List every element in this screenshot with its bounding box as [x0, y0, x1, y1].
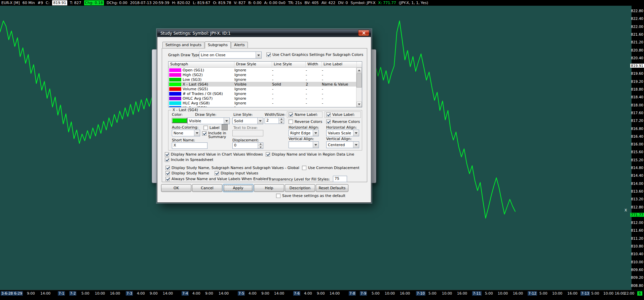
- chevron-down-icon[interactable]: [313, 142, 318, 148]
- reset-defaults-button[interactable]: Reset Defaults: [316, 184, 348, 192]
- subgraph-row[interactable]: X - Last (SG4)VisibleSolid2Name & Value: [168, 82, 356, 87]
- checkbox-label: Display Name and Value in Chart Values W…: [171, 152, 263, 157]
- subgraph-row[interactable]: HLC Avg (SG8)Ignore---: [168, 101, 356, 105]
- spin-down-icon[interactable]: [258, 146, 263, 148]
- column-header[interactable]: Line Label: [322, 62, 357, 68]
- checkbox-label: Name Label:: [295, 112, 318, 117]
- cancel-button[interactable]: Cancel: [192, 184, 222, 192]
- value-vertical-align-combo[interactable]: Centered: [326, 141, 359, 148]
- spinner-buttons: [258, 143, 263, 148]
- close-icon[interactable]: [358, 30, 369, 36]
- time-axis-label: 7-10: [416, 291, 425, 296]
- price-scale-label: 818.40: [631, 95, 643, 99]
- dialog-titlebar[interactable]: Study Settings: Symbol: JPY-X. ID:1: [157, 30, 371, 37]
- time-axis[interactable]: 3-6-286-299:0014:007-17-25:0010:0016:007…: [0, 290, 644, 300]
- chevron-down-icon[interactable]: [256, 52, 261, 58]
- use-chart-graphics-checkbox[interactable]: Use Chart Graphics Settings For Subgraph…: [266, 53, 363, 57]
- scroll-down-icon[interactable]: [356, 102, 362, 107]
- status-segment: AV: 422: [321, 0, 336, 5]
- display-input-values-checkbox[interactable]: Display Input Values: [215, 171, 258, 175]
- subgraph-cell: -: [306, 77, 322, 82]
- auto-coloring-label: Auto-Coloring:: [172, 125, 198, 130]
- color-swatch-button[interactable]: [172, 118, 187, 123]
- subgraph-row[interactable]: Low (SG3)Ignore---: [168, 77, 356, 82]
- subgraph-color-swatch: [169, 78, 181, 81]
- tab-settings-and-inputs[interactable]: Settings and Inputs: [162, 42, 204, 48]
- subgraph-row[interactable]: Volume (SG5)Ignore---: [168, 87, 356, 91]
- use-common-displacement-checkbox[interactable]: Use Common Displacement: [302, 166, 359, 170]
- name-reverse-colors-checkbox[interactable]: Reverse Colors: [289, 120, 322, 124]
- transparency-input[interactable]: 75: [333, 176, 347, 182]
- scroll-up-icon[interactable]: [356, 68, 362, 73]
- status-segment: T: 827: [70, 0, 81, 5]
- time-axis-label: 14:00: [330, 291, 340, 296]
- subgraph-color-swatch: [169, 73, 181, 77]
- always-show-labels-checkbox[interactable]: Always Show Name and Value Labels When E…: [165, 177, 268, 181]
- price-scale[interactable]: 822.80822.40822.00821.60821.20820.80820.…: [632, 6, 644, 290]
- spin-up-icon[interactable]: [258, 143, 263, 146]
- table-scrollbar[interactable]: [356, 68, 362, 107]
- spinner-buttons: [278, 118, 284, 124]
- tab-subgraphs[interactable]: Subgraphs: [205, 41, 231, 48]
- time-axis-label: 16:00: [400, 291, 410, 296]
- price-scale-label: 818.00: [631, 103, 643, 107]
- include-in-summary-checkbox[interactable]: Include in Summary: [202, 131, 230, 139]
- label-color-button[interactable]: [222, 124, 228, 130]
- line-style-combo[interactable]: Solid: [232, 118, 263, 124]
- ok-button[interactable]: OK: [161, 184, 191, 192]
- value-label-checkbox[interactable]: Value Label:: [326, 112, 355, 117]
- displacement-spinner[interactable]: 0: [232, 142, 263, 149]
- subgraph-row[interactable]: OHLC Avg (SG7)Ignore---: [168, 96, 356, 101]
- chevron-down-icon[interactable]: [313, 130, 318, 136]
- subgraph-cell: X - Last (SG4): [183, 82, 234, 87]
- spin-down-icon[interactable]: [279, 121, 284, 124]
- subgraph-cell: -: [306, 106, 322, 108]
- spin-up-icon[interactable]: [279, 118, 284, 121]
- price-scale-label: 808.80: [631, 284, 643, 288]
- subgraph-cell: -: [322, 92, 357, 96]
- width-size-spinner[interactable]: 2: [265, 118, 284, 124]
- subgraph-cell: 2: [306, 82, 322, 87]
- short-name-input[interactable]: X: [172, 142, 207, 149]
- checkbox-label: Display Study Name: [172, 171, 209, 175]
- display-chart-values-checkbox[interactable]: Display Name and Value in Chart Values W…: [165, 152, 263, 157]
- subgraph-row[interactable]: # of Trades / OI (SG6)Ignore---: [168, 91, 356, 96]
- name-horizontal-align-combo[interactable]: Right Edge: [289, 130, 319, 136]
- column-header[interactable]: Draw Style: [234, 62, 272, 68]
- display-study-name-checkbox[interactable]: Display Study Name: [165, 171, 209, 175]
- name-label-checkbox[interactable]: Name Label:: [289, 112, 318, 117]
- help-button[interactable]: Help: [254, 184, 284, 192]
- auto-coloring-combo[interactable]: None: [172, 130, 200, 136]
- column-header[interactable]: Subgraph: [168, 62, 234, 68]
- chevron-down-icon[interactable]: [224, 118, 229, 124]
- width-size-value: 2: [265, 118, 278, 124]
- save-default-checkbox[interactable]: Save these settings as the default: [276, 194, 345, 198]
- column-header[interactable]: Line Style: [272, 62, 306, 68]
- label-checkbox[interactable]: Label: [203, 126, 220, 130]
- include-in-spreadsheet-checkbox[interactable]: Include in Spreadsheet: [165, 158, 213, 162]
- chevron-down-icon[interactable]: [353, 142, 359, 148]
- display-global-checkbox[interactable]: Display Study Name, Subgraph Names and S…: [165, 166, 299, 170]
- subgraph-table[interactable]: SubgraphDraw StyleLine StyleWidthLine La…: [168, 61, 362, 107]
- display-region-data-checkbox[interactable]: Display Name and Value in Region Data Li…: [266, 152, 354, 157]
- chevron-down-icon[interactable]: [353, 130, 359, 136]
- chevron-down-icon[interactable]: [194, 130, 200, 136]
- chevron-down-icon[interactable]: [257, 118, 263, 124]
- time-axis-label: 14:00: [163, 291, 173, 296]
- subgraph-row[interactable]: High (SG2)Ignore---: [168, 72, 356, 77]
- value-reverse-colors-checkbox[interactable]: Reverse Colors: [326, 120, 360, 124]
- subgraph-row[interactable]: HL Avg (SG9)Ignore---: [168, 105, 356, 107]
- subgraph-row[interactable]: Open (SG1)Ignore---: [168, 68, 356, 72]
- column-header[interactable]: Width: [306, 62, 322, 68]
- scrollbar-thumb[interactable]: [356, 73, 362, 88]
- draw-style-combo[interactable]: Visible: [187, 118, 230, 124]
- name-vertical-align-combo[interactable]: [289, 141, 319, 148]
- status-segment: V: 827: [234, 0, 246, 5]
- value-horizontal-align-combo[interactable]: Values Scale: [326, 130, 359, 136]
- tab-alerts[interactable]: Alerts: [231, 42, 248, 48]
- description-button[interactable]: Description: [285, 184, 315, 192]
- apply-button[interactable]: Apply: [223, 184, 253, 192]
- checkbox-label: Reverse Colors: [332, 120, 360, 124]
- price-scale-label: 810.40: [631, 252, 643, 256]
- graph-draw-type-combo[interactable]: Line on Close: [199, 52, 262, 59]
